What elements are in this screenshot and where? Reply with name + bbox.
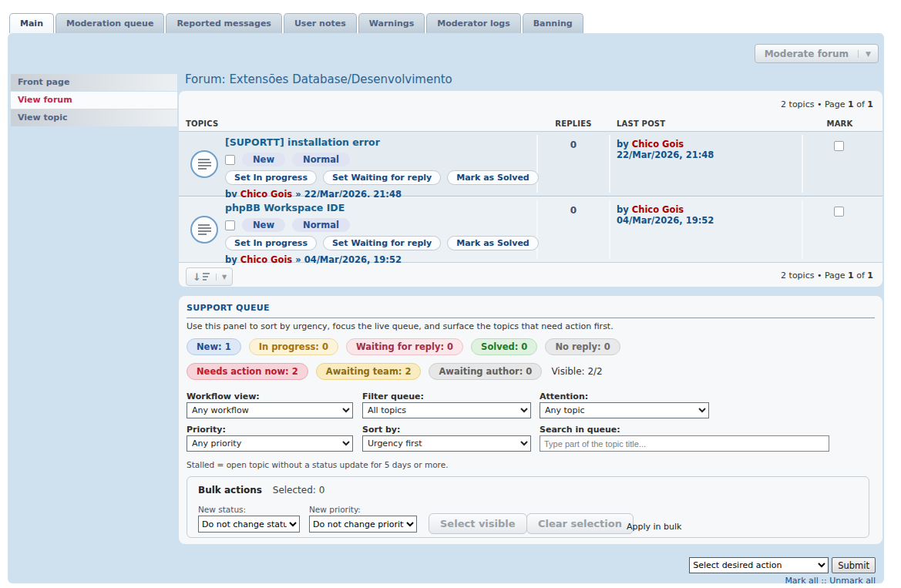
sidebar-item-front-page[interactable]: Front page <box>11 74 177 91</box>
topic-icon <box>190 216 218 244</box>
set-in-progress-button[interactable]: Set In progress <box>225 170 317 185</box>
mark-all-link[interactable]: Mark all <box>785 576 818 586</box>
bulk-actions-title: Bulk actions <box>198 485 262 496</box>
author-link[interactable]: Chico Gois <box>240 254 292 265</box>
stalled-note: Stalled = open topic without a status up… <box>187 460 448 469</box>
filter-queue-select[interactable]: All topics <box>362 402 531 418</box>
total-pages: 1 <box>867 99 873 109</box>
tab-moderation-queue[interactable]: Moderation queue <box>55 13 164 33</box>
topic-select-checkbox[interactable] <box>225 155 235 165</box>
table-row: phpBB Workspace IDE New Normal Set In pr… <box>179 197 883 263</box>
status-badge: New <box>242 153 285 166</box>
bulk-actions-box: Bulk actions Selected: 0 New status: New… <box>187 476 869 538</box>
workflow-view-select[interactable]: Any workflow <box>187 402 353 418</box>
page-title: Forum: Extensões Database/Desenvolviment… <box>185 72 452 86</box>
unmark-all-link[interactable]: Unmark all <box>829 576 876 586</box>
bullet-separator: • <box>817 99 822 109</box>
stat-badge-needs-action: Needs action now: 2 <box>187 363 308 380</box>
mark-as-solved-button[interactable]: Mark as Solved <box>447 170 539 185</box>
author-link[interactable]: Chico Gois <box>632 204 684 215</box>
support-queue-description: Use this panel to sort by urgency, focus… <box>187 321 614 331</box>
column-header-replies: REPLIES <box>538 119 609 128</box>
tab-moderator-logs[interactable]: Moderator logs <box>426 13 521 33</box>
submit-button[interactable]: Submit <box>832 557 876 573</box>
workflow-view-label: Workflow view: <box>187 391 260 402</box>
new-priority-select[interactable]: Do not change priority <box>309 516 417 533</box>
desired-action-select[interactable]: Select desired action <box>689 557 829 573</box>
priority-select[interactable]: Any priority <box>187 435 353 452</box>
priority-label: Priority: <box>187 425 226 435</box>
tab-warnings[interactable]: Warnings <box>358 13 425 33</box>
mcp-content-area: Moderate forum ▼ Forum: Extensões Databa… <box>8 33 884 583</box>
apply-in-bulk-label: Apply in bulk <box>627 522 681 532</box>
set-waiting-for-reply-button[interactable]: Set Waiting for reply <box>323 236 441 250</box>
set-waiting-for-reply-button[interactable]: Set Waiting for reply <box>323 170 441 185</box>
sidebar-item-view-topic[interactable]: View topic <box>11 109 177 126</box>
sort-descending-icon: ↓ <box>187 271 216 282</box>
page-word: Page <box>825 270 846 281</box>
support-queue-title: SUPPORT QUEUE <box>187 303 875 318</box>
chevron-down-icon[interactable]: ▼ <box>216 274 232 281</box>
stat-badge-in-progress: In progress: 0 <box>249 338 338 355</box>
mark-topic-checkbox[interactable] <box>834 207 844 217</box>
pagination-top: 2 topics • Page 1 of 1 <box>781 99 873 109</box>
links-separator: :: <box>819 576 829 586</box>
replies-count: 0 <box>538 139 609 150</box>
author-link[interactable]: Chico Gois <box>632 139 684 150</box>
priority-badge: Normal <box>292 218 350 232</box>
page-number: 1 <box>848 270 854 281</box>
sidebar-item-view-forum[interactable]: View forum <box>11 92 177 109</box>
new-status-select[interactable]: Do not change status <box>198 516 300 533</box>
status-badge: New <box>242 218 285 232</box>
attention-select[interactable]: Any topic <box>540 402 709 418</box>
tab-reported-messages[interactable]: Reported messages <box>166 13 282 33</box>
pagination-bottom: 2 topics • Page 1 of 1 <box>781 270 873 281</box>
column-header-last-post: LAST POST <box>617 119 665 128</box>
sort-by-select[interactable]: Urgency first <box>362 435 531 452</box>
moderate-forum-button[interactable]: Moderate forum ▼ <box>755 44 879 63</box>
topic-count: 2 topics <box>781 99 814 109</box>
mcp-tab-strip: Main Moderation queue Reported messages … <box>9 13 583 33</box>
chevron-down-icon[interactable]: ▼ <box>858 50 878 58</box>
sidebar: Front page View forum View topic <box>11 74 177 127</box>
topic-byline: by Chico Gois » 04/Mar/2026, 19:52 <box>225 254 539 265</box>
topic-title-link[interactable]: [SUPORTT] installation error <box>225 136 539 148</box>
stat-badge-no-reply: No reply: 0 <box>545 338 620 355</box>
clear-selection-button[interactable]: Clear selection <box>526 513 634 534</box>
mark-topic-checkbox[interactable] <box>834 141 844 151</box>
footer-action-bar: Select desired action Submit <box>689 557 876 573</box>
new-status-label: New status: <box>198 505 246 514</box>
page-number: 1 <box>848 99 854 109</box>
page-word: Page <box>825 99 846 109</box>
mark-as-solved-button[interactable]: Mark as Solved <box>447 236 539 250</box>
moderate-forum-label: Moderate forum <box>755 49 858 59</box>
topic-select-checkbox[interactable] <box>225 220 235 230</box>
total-pages: 1 <box>867 270 873 281</box>
last-post-cell: by Chico Gois 04/Mar/2026, 19:52 <box>617 204 714 226</box>
priority-badge: Normal <box>292 153 350 166</box>
select-visible-button[interactable]: Select visible <box>429 513 527 534</box>
set-in-progress-button[interactable]: Set In progress <box>225 236 317 250</box>
topic-count: 2 topics <box>781 270 814 281</box>
tab-banning[interactable]: Banning <box>523 13 583 33</box>
attention-label: Attention: <box>540 391 588 402</box>
support-queue-panel: SUPPORT QUEUE Use this panel to sort by … <box>179 296 883 544</box>
new-priority-label: New priority: <box>309 505 361 514</box>
topics-panel: 2 topics • Page 1 of 1 TOPICS REPLIES LA… <box>179 91 883 287</box>
search-queue-input[interactable] <box>540 435 829 452</box>
mark-links: Mark all :: Unmark all <box>785 576 876 586</box>
sort-by-label: Sort by: <box>362 425 400 435</box>
of-word: of <box>856 99 865 109</box>
of-word: of <box>856 270 865 281</box>
sort-options-button[interactable]: ↓ ▼ <box>186 267 233 286</box>
stats-row-status: New: 1 In progress: 0 Waiting for reply:… <box>187 338 620 355</box>
filter-queue-label: Filter queue: <box>362 391 424 402</box>
column-header-topics: TOPICS <box>186 119 218 128</box>
topic-title-link[interactable]: phpBB Workspace IDE <box>225 202 539 213</box>
topic-icon <box>190 150 218 178</box>
stat-badge-awaiting-team: Awaiting team: 2 <box>316 363 422 380</box>
last-post-cell: by Chico Gois 22/Mar/2026, 21:48 <box>617 139 714 160</box>
tab-user-notes[interactable]: User notes <box>284 13 357 33</box>
tab-main[interactable]: Main <box>9 13 54 33</box>
visible-count-label: Visible: 2/2 <box>551 366 602 377</box>
